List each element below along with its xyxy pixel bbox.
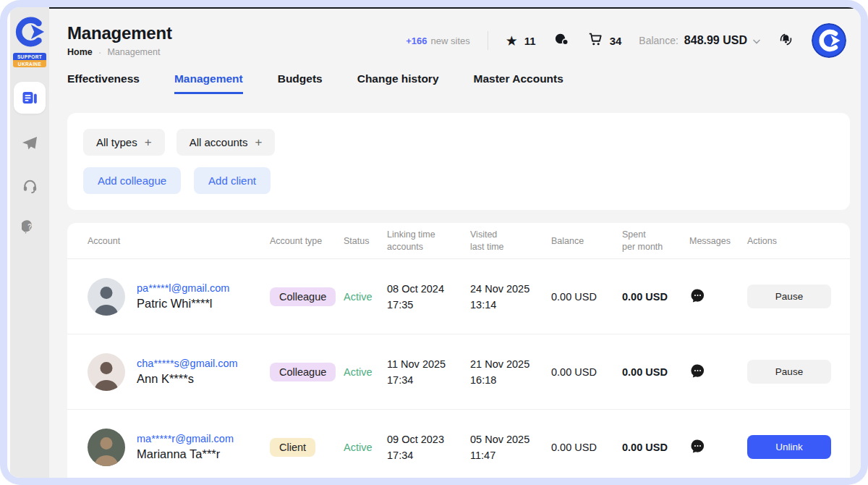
filter-panel: All types + All accounts + Add colleague… bbox=[67, 113, 850, 210]
svg-text:?: ? bbox=[27, 223, 32, 231]
filter-all-accounts[interactable]: All accounts + bbox=[176, 129, 276, 156]
messages-button[interactable] bbox=[553, 31, 570, 51]
sidebar-item-help[interactable]: ? bbox=[14, 208, 46, 250]
profile-avatar[interactable] bbox=[812, 23, 846, 58]
support-ukraine-badge: SUPPORT UKRAINE bbox=[13, 53, 46, 67]
main-area: Management Home · Management +166 new si… bbox=[49, 7, 861, 478]
sidebar-item-feed[interactable] bbox=[14, 82, 46, 114]
account-cell: ma*****r@gmail.com Marianna Ta***r bbox=[88, 429, 270, 466]
col-status: Status bbox=[344, 236, 387, 246]
table-row: ma*****r@gmail.com Marianna Ta***r Clien… bbox=[67, 410, 850, 478]
add-colleague-button[interactable]: Add colleague bbox=[83, 167, 181, 194]
avatar bbox=[88, 278, 125, 316]
balance-dropdown[interactable]: Balance: 848.99 USD bbox=[639, 34, 760, 47]
account-email[interactable]: ma*****r@gmail.com bbox=[137, 433, 234, 444]
table-row: pa*****l@gmail.com Patric Whi****l Colle… bbox=[67, 259, 850, 334]
account-text: pa*****l@gmail.com Patric Whi****l bbox=[137, 282, 229, 311]
table-row: cha*****s@gmail.com Ann K****s Colleague… bbox=[67, 334, 850, 410]
visited-date: 21 Nov 2025 bbox=[470, 356, 551, 372]
filter-all-types-label: All types bbox=[96, 136, 137, 148]
cityads-logo-icon bbox=[14, 16, 46, 51]
avatar bbox=[88, 429, 125, 466]
page-title: Management bbox=[67, 23, 172, 43]
tab-budgets[interactable]: Budgets bbox=[278, 72, 323, 94]
news-feed-icon bbox=[14, 82, 46, 114]
visited-time-cell: 24 Nov 2025 13:14 bbox=[470, 281, 551, 313]
app-logo[interactable]: SUPPORT UKRAINE bbox=[13, 16, 46, 67]
status-badge: Active bbox=[344, 442, 387, 453]
message-button[interactable] bbox=[689, 438, 747, 457]
account-name: Patric Whi****l bbox=[137, 297, 229, 311]
topbar-divider bbox=[488, 31, 488, 50]
col-spent: Spent per month bbox=[622, 229, 689, 253]
support-badge-line2: UKRAINE bbox=[13, 60, 46, 67]
favorites-button[interactable]: ★ 11 bbox=[506, 34, 536, 48]
accounts-table: Account Account type Status Linking time… bbox=[67, 223, 850, 478]
pause-button[interactable]: Pause bbox=[747, 360, 831, 384]
tab-change-history[interactable]: Change history bbox=[357, 72, 439, 94]
bell-rotate-icon bbox=[778, 31, 794, 51]
tab-bar: Effectiveness Management Budgets Change … bbox=[49, 68, 861, 103]
account-cell: cha*****s@gmail.com Ann K****s bbox=[88, 353, 270, 391]
visited-time-cell: 05 Nov 2025 11:47 bbox=[470, 431, 551, 463]
app-window: SUPPORT UKRAINE bbox=[7, 7, 861, 478]
tab-effectiveness[interactable]: Effectiveness bbox=[67, 72, 140, 94]
paper-plane-icon bbox=[21, 135, 38, 155]
account-name: Marianna Ta***r bbox=[137, 447, 234, 461]
col-visited: Visited last time bbox=[470, 229, 551, 253]
balance-label: Balance: bbox=[639, 35, 678, 46]
topbar-right: +166 new sites ★ 11 bbox=[406, 23, 846, 58]
col-account-type: Account type bbox=[270, 236, 344, 246]
balance-cell: 0.00 USD bbox=[551, 442, 622, 453]
spent-cell: 0.00 USD bbox=[622, 291, 689, 303]
col-linking-line2: accounts bbox=[387, 241, 470, 253]
sidebar-item-support[interactable] bbox=[14, 166, 46, 208]
message-button[interactable] bbox=[689, 287, 747, 306]
account-cell: pa*****l@gmail.com Patric Whi****l bbox=[88, 278, 270, 316]
account-type-badge: Colleague bbox=[270, 287, 336, 306]
visited-time: 16:18 bbox=[470, 372, 551, 388]
account-email[interactable]: cha*****s@gmail.com bbox=[137, 358, 238, 369]
linking-time-cell: 08 Oct 2024 17:35 bbox=[387, 281, 470, 313]
message-bubble-icon bbox=[689, 363, 706, 381]
account-name: Ann K****s bbox=[137, 372, 238, 386]
filter-all-types[interactable]: All types + bbox=[83, 129, 165, 156]
breadcrumb: Home · Management bbox=[67, 46, 172, 58]
col-spent-line1: Spent bbox=[622, 229, 689, 241]
col-balance: Balance bbox=[551, 236, 622, 246]
visited-time: 13:14 bbox=[470, 297, 551, 313]
add-button-row: Add colleague Add client bbox=[83, 167, 834, 194]
message-button[interactable] bbox=[689, 363, 747, 381]
cart-icon bbox=[587, 31, 603, 50]
linked-time: 17:34 bbox=[387, 447, 470, 463]
account-email[interactable]: pa*****l@gmail.com bbox=[137, 282, 229, 294]
account-text: ma*****r@gmail.com Marianna Ta***r bbox=[137, 433, 234, 461]
sidebar-item-telegram[interactable] bbox=[14, 124, 46, 166]
breadcrumb-home[interactable]: Home bbox=[67, 47, 93, 57]
status-badge: Active bbox=[344, 366, 387, 378]
col-spent-line2: per month bbox=[622, 241, 689, 253]
visited-time-cell: 21 Nov 2025 16:18 bbox=[470, 356, 551, 388]
breadcrumb-separator: · bbox=[98, 46, 102, 58]
linked-date: 08 Oct 2024 bbox=[387, 281, 470, 297]
sidebar: SUPPORT UKRAINE bbox=[10, 7, 49, 478]
notifications-button[interactable] bbox=[778, 31, 794, 51]
tab-master-accounts[interactable]: Master Accounts bbox=[474, 72, 563, 94]
unlink-button[interactable]: Unlink bbox=[747, 435, 831, 459]
support-badge-line1: SUPPORT bbox=[13, 53, 46, 60]
account-text: cha*****s@gmail.com Ann K****s bbox=[137, 358, 238, 386]
col-messages: Messages bbox=[689, 236, 747, 246]
tab-management[interactable]: Management bbox=[174, 72, 243, 94]
chat-bubbles-icon bbox=[553, 31, 570, 51]
pause-button[interactable]: Pause bbox=[747, 284, 831, 308]
col-linking-line1: Linking time bbox=[387, 229, 470, 241]
headphones-icon bbox=[22, 177, 38, 197]
sidebar-nav: ? bbox=[14, 82, 46, 250]
plus-icon: + bbox=[145, 135, 152, 150]
balance-value: 848.99 USD bbox=[684, 34, 747, 47]
spent-cell: 0.00 USD bbox=[622, 366, 689, 378]
add-client-button[interactable]: Add client bbox=[194, 167, 271, 194]
cart-button[interactable]: 34 bbox=[587, 31, 622, 50]
new-sites-link[interactable]: +166 new sites bbox=[406, 35, 470, 46]
table-header-row: Account Account type Status Linking time… bbox=[67, 223, 850, 259]
